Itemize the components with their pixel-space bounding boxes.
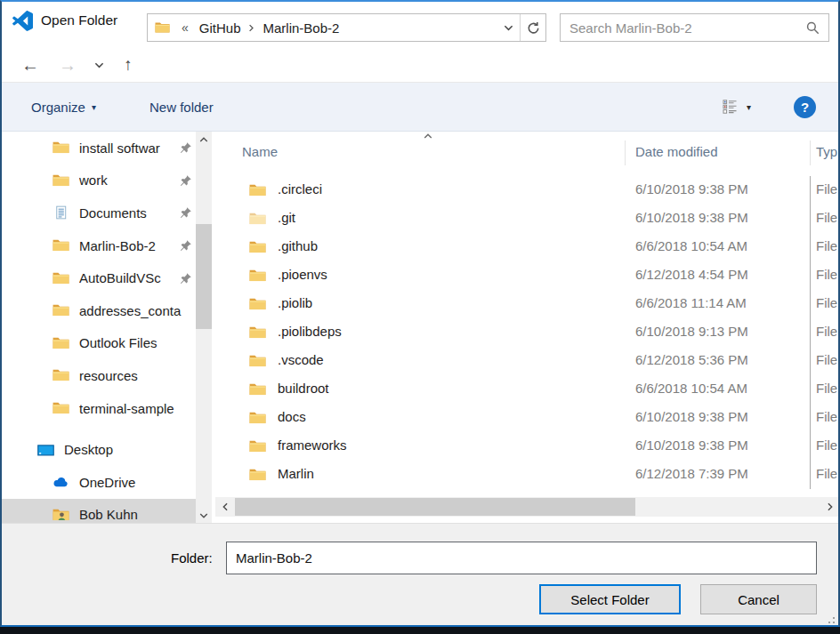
sidebar-item-label: OneDrive xyxy=(79,475,192,490)
file-date-modified: 6/6/2018 10:54 AM xyxy=(635,381,747,396)
sidebar-item-outlook-files[interactable]: Outlook Files xyxy=(2,327,215,360)
folder-name-input[interactable] xyxy=(226,542,817,574)
file-row-piolib[interactable]: .piolib6/6/2018 11:14 AMFile xyxy=(215,290,838,318)
sidebar-item-label: AutoBuildVSc xyxy=(79,270,176,285)
forward-button[interactable]: → xyxy=(53,51,82,79)
sidebar-item-documents[interactable]: Documents xyxy=(2,197,215,229)
file-row-vscode[interactable]: .vscode6/12/2018 5:36 PMFile xyxy=(215,347,838,375)
up-button[interactable]: ↑ xyxy=(114,51,142,79)
scroll-left-button[interactable] xyxy=(217,497,233,517)
breadcrumb-marlin-bob-2[interactable]: Marlin-Bob-2 xyxy=(257,20,344,36)
chevron-right-icon xyxy=(826,502,835,511)
file-list-pane: Name Date modified Typ .circleci6/10/201… xyxy=(215,132,838,523)
file-name: Marlin xyxy=(278,466,314,481)
chevron-up-icon xyxy=(199,135,208,144)
recent-locations-button[interactable] xyxy=(87,51,110,79)
cancel-button[interactable]: Cancel xyxy=(700,584,817,614)
sidebar-item-label: work xyxy=(79,173,176,188)
file-type: File xyxy=(816,295,837,310)
new-folder-label: New folder xyxy=(149,100,214,115)
file-row-docs[interactable]: docs6/10/2018 9:38 PMFile xyxy=(215,404,838,432)
resize-grip[interactable] xyxy=(824,613,835,623)
address-dropdown-button[interactable] xyxy=(497,23,520,33)
sidebar-item-onedrive[interactable]: OneDrive xyxy=(2,466,215,499)
file-type: File xyxy=(816,381,837,396)
file-name: frameworks xyxy=(278,437,347,453)
window-title: Open Folder xyxy=(41,12,117,28)
file-date-modified: 6/6/2018 11:14 AM xyxy=(635,295,747,310)
sidebar-item-install-softwar[interactable]: install softwar xyxy=(2,132,215,165)
folder-icon xyxy=(52,140,69,155)
scrollbar-thumb[interactable] xyxy=(196,224,212,329)
scrollbar-thumb[interactable] xyxy=(235,498,635,516)
file-type: File xyxy=(816,352,837,367)
sidebar-item-autobuildvsc[interactable]: AutoBuildVSc xyxy=(2,261,215,294)
up-arrow-icon: ↑ xyxy=(124,55,133,75)
refresh-button[interactable] xyxy=(521,14,545,41)
sidebar-item-addresses-conta[interactable]: addresses_conta xyxy=(2,294,215,327)
sidebar-item-resources[interactable]: resources xyxy=(2,359,215,392)
new-folder-button[interactable]: New folder xyxy=(149,83,214,131)
breadcrumb-ellipsis[interactable]: « xyxy=(182,20,189,35)
onedrive-icon xyxy=(52,475,69,489)
file-row-marlin[interactable]: Marlin6/12/2018 7:39 PMFile xyxy=(215,461,838,489)
sidebar-item-work[interactable]: work xyxy=(2,165,215,197)
sidebar-item-desktop[interactable]: Desktop xyxy=(2,433,215,466)
file-name: docs xyxy=(278,409,306,424)
organize-button[interactable]: Organize ▾ xyxy=(31,83,96,131)
scroll-right-button[interactable] xyxy=(822,497,838,517)
folder-icon xyxy=(155,21,170,34)
chevron-right-icon xyxy=(247,24,255,32)
sidebar-item-label: addresses_conta xyxy=(79,303,192,318)
column-header-date-modified[interactable]: Date modified xyxy=(635,144,718,159)
help-question-icon: ? xyxy=(801,100,809,115)
folder-icon xyxy=(249,240,266,254)
column-header-type[interactable]: Typ xyxy=(816,144,837,159)
back-button[interactable]: ← xyxy=(16,51,44,79)
forward-arrow-icon: → xyxy=(59,55,77,76)
file-name: .piolibdeps xyxy=(278,324,342,339)
breadcrumb-github[interactable]: GitHub xyxy=(194,20,246,36)
column-divider[interactable] xyxy=(810,140,811,165)
scroll-down-button[interactable] xyxy=(196,508,212,523)
sidebar-item-marlin-bob-2[interactable]: Marlin-Bob-2 xyxy=(2,229,215,262)
file-row-piolibdeps[interactable]: .piolibdeps6/10/2018 9:13 PMFile xyxy=(215,318,838,347)
file-name: .piolib xyxy=(278,295,312,310)
file-row-frameworks[interactable]: frameworks6/10/2018 9:38 PMFile xyxy=(215,432,838,461)
file-row-pioenvs[interactable]: .pioenvs6/12/2018 4:54 PMFile xyxy=(215,261,838,290)
file-type: File xyxy=(816,210,837,225)
command-toolbar: Organize ▾ New folder ▾ ? xyxy=(2,83,838,132)
sidebar-item-bob-kuhn[interactable]: Bob Kuhn xyxy=(2,499,196,523)
column-headers: Name Date modified Typ xyxy=(215,132,838,176)
open-folder-dialog: Open Folder ← → ↑ « GitHub Marlin-Bob-2 … xyxy=(0,0,840,627)
column-divider[interactable] xyxy=(625,140,626,165)
footer-panel: Folder: Select Folder Cancel xyxy=(2,523,838,625)
search-icon[interactable] xyxy=(806,21,820,35)
sidebar-item-label: Desktop xyxy=(64,442,192,457)
user-folder-icon xyxy=(52,508,69,522)
address-bar[interactable]: « GitHub Marlin-Bob-2 xyxy=(147,13,546,42)
sidebar-item-terminal-sample[interactable]: terminal-sample xyxy=(2,392,215,425)
select-folder-button[interactable]: Select Folder xyxy=(539,584,681,614)
sidebar-scrollbar[interactable] xyxy=(196,132,212,523)
column-header-name[interactable]: Name xyxy=(242,144,278,159)
horizontal-scrollbar[interactable] xyxy=(215,497,838,517)
refresh-icon xyxy=(527,21,540,35)
change-view-button[interactable]: ▾ xyxy=(723,83,751,131)
file-row-github[interactable]: .github6/6/2018 10:54 AMFile xyxy=(215,233,838,261)
file-date-modified: 6/12/2018 5:36 PM xyxy=(635,352,748,367)
content-area: install softwarworkDocumentsMarlin-Bob-2… xyxy=(2,132,838,523)
file-row-git[interactable]: .git6/10/2018 9:38 PMFile xyxy=(215,205,838,233)
file-name: buildroot xyxy=(278,381,329,396)
file-row-buildroot[interactable]: buildroot6/6/2018 10:54 AMFile xyxy=(215,375,838,404)
sidebar-item-label: Documents xyxy=(79,205,176,221)
help-button[interactable]: ? xyxy=(794,96,816,118)
folder-icon xyxy=(249,468,266,482)
file-type: File xyxy=(816,267,837,282)
folder-icon xyxy=(249,325,266,340)
file-date-modified: 6/10/2018 9:38 PM xyxy=(635,181,748,197)
scroll-up-button[interactable] xyxy=(196,132,212,147)
search-input[interactable] xyxy=(561,20,806,36)
file-row-circleci[interactable]: .circleci6/10/2018 9:38 PMFile xyxy=(215,176,838,205)
sidebar-item-label: resources xyxy=(79,368,192,383)
